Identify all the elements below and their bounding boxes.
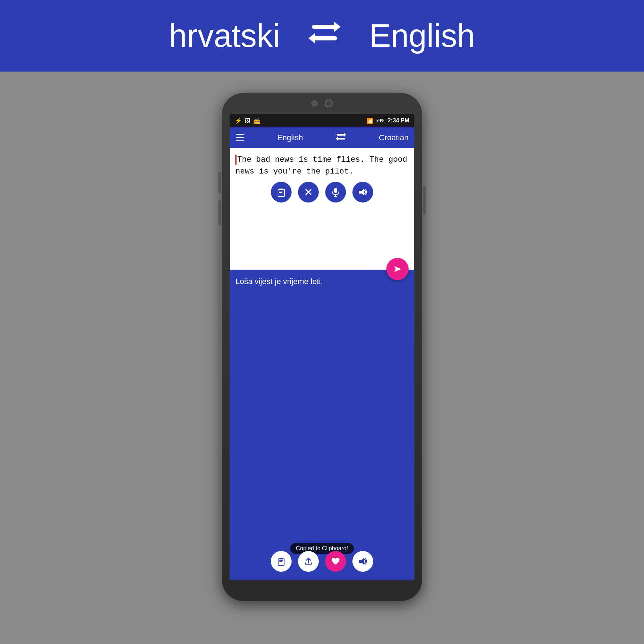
- svg-marker-5: [344, 132, 346, 137]
- svg-rect-0: [312, 25, 337, 29]
- phone-device: ⚡ 🖼 📻 📶 59% 2:34 PM ☰ English: [222, 93, 422, 601]
- radio-icon: 📻: [253, 117, 260, 124]
- wifi-icon: 📶: [366, 117, 374, 124]
- svg-marker-1: [334, 22, 341, 32]
- clipboard-copy-output-button[interactable]: [271, 551, 292, 572]
- speak-input-button[interactable]: [352, 182, 373, 203]
- phone-screen: ⚡ 🖼 📻 📶 59% 2:34 PM ☰ English: [230, 114, 414, 580]
- svg-rect-10: [279, 191, 283, 191]
- share-output-button[interactable]: [298, 551, 319, 572]
- svg-rect-6: [337, 138, 345, 140]
- svg-marker-23: [359, 558, 364, 565]
- image-icon: 🖼: [245, 117, 250, 124]
- translated-text: Loša vijest je vrijeme leti.: [235, 275, 409, 287]
- input-action-buttons: [235, 177, 409, 205]
- svg-rect-11: [279, 192, 282, 193]
- output-action-buttons: [235, 547, 409, 574]
- phone-shell: ⚡ 🖼 📻 📶 59% 2:34 PM ☰ English: [222, 93, 422, 601]
- clipboard-copy-button[interactable]: [271, 182, 292, 203]
- volume-up-button: [218, 172, 221, 193]
- svg-marker-3: [308, 33, 315, 43]
- hamburger-menu-icon[interactable]: ☰: [235, 132, 244, 144]
- battery-level: 59%: [376, 118, 386, 123]
- target-language-label: English: [369, 18, 475, 54]
- svg-rect-20: [278, 559, 284, 566]
- output-area: Loša vijest je vrijeme leti. Copied to C…: [230, 270, 414, 580]
- volume-down-button: [218, 200, 221, 225]
- source-lang-app[interactable]: English: [277, 133, 303, 142]
- power-button: [423, 186, 426, 215]
- swap-languages-icon[interactable]: [308, 18, 341, 54]
- svg-marker-18: [394, 266, 401, 272]
- status-bar: ⚡ 🖼 📻 📶 59% 2:34 PM: [230, 114, 414, 127]
- swap-btn-app[interactable]: [336, 132, 346, 143]
- translate-send-button[interactable]: [386, 258, 409, 280]
- svg-rect-14: [334, 188, 337, 193]
- input-area[interactable]: The bad news is time flies. The good new…: [230, 148, 414, 270]
- target-lang-app[interactable]: Croatian: [379, 133, 409, 142]
- phone-sensor: [311, 100, 318, 107]
- clock: 2:34 PM: [388, 117, 409, 124]
- svg-marker-17: [359, 189, 364, 195]
- speak-output-button[interactable]: [352, 551, 373, 572]
- phone-top-bar: [311, 99, 333, 107]
- svg-rect-22: [279, 561, 282, 562]
- status-icons-right: 📶 59% 2:34 PM: [366, 117, 410, 124]
- status-icons-left: ⚡ 🖼 📻: [235, 117, 260, 124]
- phone-camera: [325, 99, 333, 107]
- svg-rect-21: [279, 560, 283, 561]
- svg-marker-7: [336, 136, 338, 141]
- microphone-button[interactable]: [325, 182, 346, 203]
- app-header: ☰ English Croatian: [230, 127, 414, 148]
- source-language-label: hrvatski: [169, 18, 280, 54]
- text-cursor: [235, 155, 236, 165]
- clear-input-button[interactable]: [298, 182, 319, 203]
- favorite-button[interactable]: [325, 551, 346, 572]
- svg-rect-4: [337, 134, 345, 136]
- svg-rect-2: [312, 36, 337, 40]
- input-text: The bad news is time flies. The good new…: [235, 154, 409, 177]
- usb-icon: ⚡: [235, 117, 242, 124]
- top-header: hrvatski English: [0, 0, 644, 72]
